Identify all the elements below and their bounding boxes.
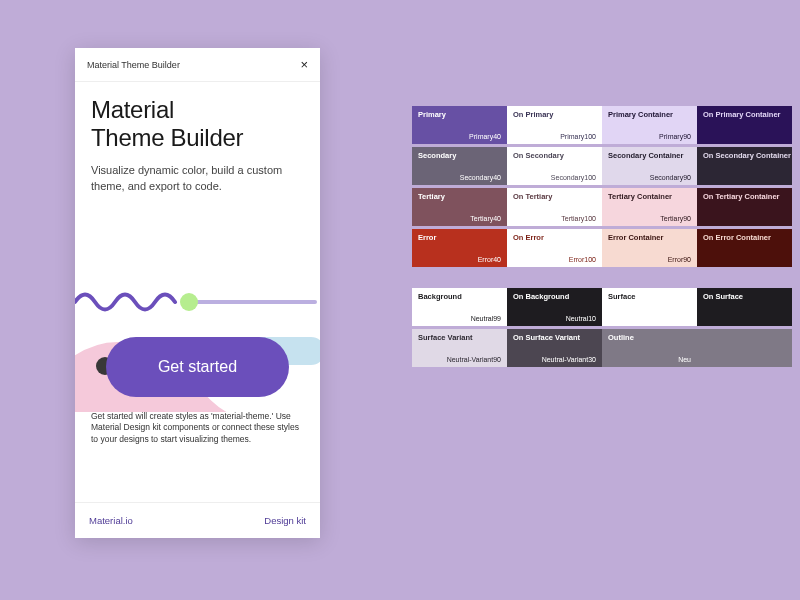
close-icon[interactable]: × xyxy=(300,57,308,72)
color-swatch[interactable]: OutlineNeu xyxy=(602,329,697,367)
color-swatch[interactable] xyxy=(697,329,792,367)
color-swatch[interactable]: On Error Container xyxy=(697,229,792,267)
swatch-token-label: Neutral10 xyxy=(566,315,596,322)
color-swatch[interactable]: On SecondarySecondary100 xyxy=(507,147,602,185)
swatch-token-label: Secondary90 xyxy=(650,174,691,181)
color-swatch[interactable]: Tertiary ContainerTertiary90 xyxy=(602,188,697,226)
swatch-token-label: Error90 xyxy=(668,256,691,263)
theme-builder-panel: Material Theme Builder × Material Theme … xyxy=(75,48,320,538)
color-swatch[interactable]: On Surface xyxy=(697,288,792,326)
swatch-role-label: On Background xyxy=(513,292,569,301)
swatch-role-label: Tertiary xyxy=(418,192,445,201)
color-swatch[interactable]: Surface VariantNeutral-Variant90 xyxy=(412,329,507,367)
swatch-role-label: On Tertiary Container xyxy=(703,192,780,201)
swatch-role-label: On Error Container xyxy=(703,233,771,242)
svg-point-1 xyxy=(180,293,198,311)
swatch-token-label: Neutral-Variant30 xyxy=(542,356,596,363)
color-swatch[interactable]: PrimaryPrimary40 xyxy=(412,106,507,144)
swatch-token-label: Secondary40 xyxy=(460,174,501,181)
material-io-link[interactable]: Material.io xyxy=(89,515,133,526)
swatch-row: TertiaryTertiary40On TertiaryTertiary100… xyxy=(412,188,792,226)
swatch-row: ErrorError40On ErrorError100Error Contai… xyxy=(412,229,792,267)
color-swatch[interactable]: Surface xyxy=(602,288,697,326)
swatch-row: BackgroundNeutral99On BackgroundNeutral1… xyxy=(412,288,792,326)
swatch-role-label: On Primary xyxy=(513,110,553,119)
swatch-token-label: Secondary100 xyxy=(551,174,596,181)
swatch-token-label: Tertiary90 xyxy=(660,215,691,222)
get-started-button[interactable]: Get started xyxy=(106,337,289,397)
swatch-role-label: Error xyxy=(418,233,436,242)
swatch-role-label: On Secondary Container xyxy=(703,151,791,160)
design-kit-link[interactable]: Design kit xyxy=(264,515,306,526)
swatch-role-label: On Tertiary xyxy=(513,192,552,201)
swatch-role-label: Tertiary Container xyxy=(608,192,672,201)
panel-header: Material Theme Builder × xyxy=(75,48,320,82)
panel-footer: Material.io Design kit xyxy=(75,502,320,538)
swatch-row: SecondarySecondary40On SecondarySecondar… xyxy=(412,147,792,185)
panel-description: Get started will create styles as 'mater… xyxy=(91,411,304,447)
swatch-token-label: Primary100 xyxy=(560,133,596,140)
swatch-role-label: Background xyxy=(418,292,462,301)
color-swatch[interactable]: TertiaryTertiary40 xyxy=(412,188,507,226)
swatch-row: PrimaryPrimary40On PrimaryPrimary100Prim… xyxy=(412,106,792,144)
color-swatch[interactable]: On ErrorError100 xyxy=(507,229,602,267)
color-swatch[interactable]: Error ContainerError90 xyxy=(602,229,697,267)
color-swatch[interactable]: On TertiaryTertiary100 xyxy=(507,188,602,226)
swatch-role-label: Outline xyxy=(608,333,634,342)
color-swatch[interactable]: Secondary ContainerSecondary90 xyxy=(602,147,697,185)
swatch-role-label: On Surface xyxy=(703,292,743,301)
title-line-1: Material xyxy=(91,96,174,123)
color-swatch[interactable]: ErrorError40 xyxy=(412,229,507,267)
swatch-token-label: Error40 xyxy=(478,256,501,263)
swatch-role-label: On Secondary xyxy=(513,151,564,160)
swatch-groups: PrimaryPrimary40On PrimaryPrimary100Prim… xyxy=(412,106,792,370)
color-swatch[interactable]: On PrimaryPrimary100 xyxy=(507,106,602,144)
swatch-role-label: On Surface Variant xyxy=(513,333,580,342)
swatch-row: Surface VariantNeutral-Variant90On Surfa… xyxy=(412,329,792,367)
color-swatch[interactable]: SecondarySecondary40 xyxy=(412,147,507,185)
color-swatch[interactable]: On Primary Container xyxy=(697,106,792,144)
title-line-2: Theme Builder xyxy=(91,124,243,151)
swatch-role-label: Primary Container xyxy=(608,110,673,119)
swatch-token-label: Primary40 xyxy=(469,133,501,140)
swatch-token-label: Tertiary100 xyxy=(561,215,596,222)
panel-header-title: Material Theme Builder xyxy=(87,60,180,70)
color-swatch[interactable]: On Surface VariantNeutral-Variant30 xyxy=(507,329,602,367)
swatch-token-label: Neutral99 xyxy=(471,315,501,322)
swatch-token-label: Neutral-Variant90 xyxy=(447,356,501,363)
swatch-role-label: Primary xyxy=(418,110,446,119)
swatch-role-label: Surface xyxy=(608,292,636,301)
swatch-token-label: Tertiary40 xyxy=(470,215,501,222)
color-swatch[interactable]: Primary ContainerPrimary90 xyxy=(602,106,697,144)
swatch-token-label: Primary90 xyxy=(659,133,691,140)
swatch-role-label: Secondary Container xyxy=(608,151,683,160)
color-swatch[interactable]: On Secondary Container xyxy=(697,147,792,185)
color-swatch[interactable]: On Tertiary Container xyxy=(697,188,792,226)
panel-body: Material Theme Builder Visualize dynamic… xyxy=(75,82,320,502)
swatch-role-label: On Error xyxy=(513,233,544,242)
swatch-role-label: Surface Variant xyxy=(418,333,473,342)
swatch-token-label: Neu xyxy=(678,356,691,363)
swatch-role-label: On Primary Container xyxy=(703,110,781,119)
color-swatch[interactable]: On BackgroundNeutral10 xyxy=(507,288,602,326)
panel-subtitle: Visualize dynamic color, build a custom … xyxy=(91,163,304,195)
color-swatch[interactable]: BackgroundNeutral99 xyxy=(412,288,507,326)
swatch-role-label: Error Container xyxy=(608,233,663,242)
panel-title: Material Theme Builder xyxy=(91,96,304,153)
swatch-role-label: Secondary xyxy=(418,151,456,160)
swatch-token-label: Error100 xyxy=(569,256,596,263)
